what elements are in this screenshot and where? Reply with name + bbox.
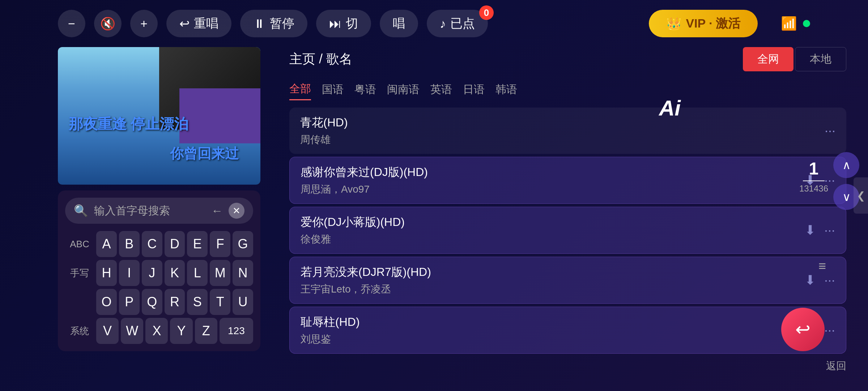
key-k[interactable]: K — [165, 260, 185, 286]
backspace-button[interactable]: ← — [211, 204, 223, 218]
wifi-icon: 📶 — [781, 16, 797, 31]
song-actions-2: ⬇ ··· — [805, 223, 835, 238]
more-icon-2[interactable]: ··· — [824, 223, 835, 238]
keyboard-row-2: 手写 H I J K L M N — [65, 260, 253, 286]
subtitle-line2: 你曾回来过 — [170, 144, 239, 163]
more-icon-0[interactable]: ··· — [825, 123, 835, 138]
key-m[interactable]: M — [210, 260, 230, 286]
key-n[interactable]: N — [233, 260, 253, 286]
top-bar: − 🔇 + ↩ 重唱 ⏸ 暂停 ⏭ 切 唱 ♪ 已点 0 👑 VIP · 激活 … — [0, 0, 868, 47]
plus-button[interactable]: + — [130, 10, 158, 37]
video-background: 那夜重逢 停止漂泊 你曾回来过 — [58, 47, 260, 185]
key-a[interactable]: A — [96, 231, 117, 257]
key-f[interactable]: F — [210, 231, 230, 257]
key-b[interactable]: B — [119, 231, 140, 257]
rechant-icon: ↩ — [179, 16, 190, 31]
abc-label: ABC — [65, 239, 94, 250]
more-icon-3[interactable]: ··· — [824, 273, 835, 288]
song-item-2[interactable]: 爱你(DJ小蒋版)(HD) 徐俊雅 ⬇ ··· — [289, 207, 846, 254]
lang-cantonese[interactable]: 粤语 — [354, 79, 376, 100]
keyboard-panel: 🔍 输入首字母搜索 ← ✕ ABC A B C D E F G — [58, 190, 260, 351]
cut-button[interactable]: ⏭ 切 — [316, 10, 371, 37]
return-button[interactable]: ↩ — [781, 308, 825, 351]
key-j[interactable]: J — [142, 260, 162, 286]
key-v[interactable]: V — [96, 318, 119, 344]
yidian-button[interactable]: ♪ 已点 0 — [427, 10, 488, 37]
key-w[interactable]: W — [121, 318, 143, 344]
yidian-count-badge: 0 — [479, 5, 494, 20]
rechant-button[interactable]: ↩ 重唱 — [166, 10, 231, 37]
song-artist-1: 周思涵，Avo97 — [301, 182, 805, 196]
sidebar-toggle[interactable]: ❮ — [854, 177, 868, 214]
mute-button[interactable]: 🔇 — [94, 10, 122, 37]
key-d[interactable]: D — [165, 231, 185, 257]
crown-icon: 👑 — [666, 16, 681, 31]
return-icon: ↩ — [795, 319, 810, 340]
song-info-3: 若月亮没来(DJR7版)(HD) 王宇宙Leto，乔凌丞 — [301, 264, 805, 296]
key-q[interactable]: Q — [142, 289, 162, 315]
song-info-0: 青花(HD) 周传雄 — [300, 115, 825, 147]
return-area: ↩ 返回 — [826, 359, 846, 373]
key-z[interactable]: Z — [195, 318, 217, 344]
song-title-3: 若月亮没来(DJR7版)(HD) — [301, 264, 805, 280]
video-player: 那夜重逢 停止漂泊 你曾回来过 — [58, 47, 260, 185]
pause-icon: ⏸ — [253, 17, 265, 31]
song-info-2: 爱你(DJ小蒋版)(HD) 徐俊雅 — [301, 214, 805, 246]
wifi-area: 📶 — [781, 16, 810, 31]
key-e[interactable]: E — [187, 231, 208, 257]
minus-button[interactable]: − — [58, 10, 85, 37]
mute-icon: 🔇 — [100, 16, 115, 31]
key-g[interactable]: G — [233, 231, 253, 257]
counter-area: 1 131436 — [799, 159, 828, 194]
tab-bendi[interactable]: 本地 — [795, 47, 846, 71]
key-c[interactable]: C — [142, 231, 162, 257]
menu-bars-icon[interactable]: ≡ — [818, 258, 826, 274]
key-123[interactable]: 123 — [220, 318, 253, 344]
search-placeholder: 输入首字母搜索 — [94, 203, 205, 218]
key-x[interactable]: X — [145, 318, 168, 344]
lang-all[interactable]: 全部 — [289, 79, 311, 100]
song-title-0: 青花(HD) — [300, 115, 825, 131]
scroll-up-button[interactable]: ∧ — [833, 152, 859, 178]
lang-japanese[interactable]: 日语 — [463, 79, 485, 100]
key-u[interactable]: U — [233, 289, 253, 315]
yidian-icon: ♪ — [440, 17, 446, 31]
song-item-3[interactable]: 若月亮没来(DJR7版)(HD) 王宇宙Leto，乔凌丞 ⬇ ··· — [289, 257, 846, 304]
lang-english[interactable]: 英语 — [430, 79, 452, 100]
key-o[interactable]: O — [96, 289, 117, 315]
clear-button[interactable]: ✕ — [229, 203, 244, 219]
more-icon-4[interactable]: ··· — [824, 323, 835, 338]
lang-korean[interactable]: 韩语 — [495, 79, 517, 100]
key-s[interactable]: S — [187, 289, 208, 315]
key-y[interactable]: Y — [170, 318, 192, 344]
download-icon-3[interactable]: ⬇ — [805, 273, 816, 288]
keyboard-row-4: 系统 V W X Y Z 123 — [65, 318, 253, 344]
key-r[interactable]: R — [165, 289, 185, 315]
search-icon: 🔍 — [74, 204, 88, 218]
sing-button[interactable]: 唱 — [380, 10, 418, 37]
kbd-keys-row1: A B C D E F G — [96, 231, 253, 257]
lang-mandarin[interactable]: 国语 — [322, 79, 344, 100]
song-list: 青花(HD) 周传雄 ··· 感谢你曾来过(DJ版)(HD) 周思涵，Avo97… — [289, 108, 846, 391]
pause-button[interactable]: ⏸ 暂停 — [240, 10, 307, 37]
key-l[interactable]: L — [187, 260, 208, 286]
song-info-1: 感谢你曾来过(DJ版)(HD) 周思涵，Avo97 — [301, 164, 805, 196]
tab-quanwang[interactable]: 全网 — [743, 47, 793, 71]
video-purple-block — [179, 88, 260, 143]
kbd-keys-row2: H I J K L M N — [96, 260, 253, 286]
main-content: 那夜重逢 停止漂泊 你曾回来过 🔍 输入首字母搜索 ← ✕ ABC A B C — [0, 47, 868, 391]
song-artist-0: 周传雄 — [300, 133, 825, 147]
lang-minnan[interactable]: 闽南语 — [387, 79, 420, 100]
key-t[interactable]: T — [210, 289, 230, 315]
song-item-1[interactable]: 感谢你曾来过(DJ版)(HD) 周思涵，Avo97 ⬇ ··· — [289, 157, 846, 204]
key-h[interactable]: H — [96, 260, 117, 286]
song-item-4[interactable]: 耻辱柱(HD) 刘思鉴 ⬇ ··· — [289, 307, 846, 354]
counter-divider — [803, 181, 825, 181]
key-i[interactable]: I — [119, 260, 140, 286]
lang-tabs: 全部 国语 粤语 闽南语 英语 日语 韩语 — [289, 79, 846, 100]
return-label: 返回 — [826, 359, 846, 373]
key-p[interactable]: P — [119, 289, 140, 315]
download-icon-2[interactable]: ⬇ — [805, 223, 816, 238]
vip-button[interactable]: 👑 VIP · 激活 — [649, 10, 758, 37]
song-item-0[interactable]: 青花(HD) 周传雄 ··· — [289, 108, 846, 154]
